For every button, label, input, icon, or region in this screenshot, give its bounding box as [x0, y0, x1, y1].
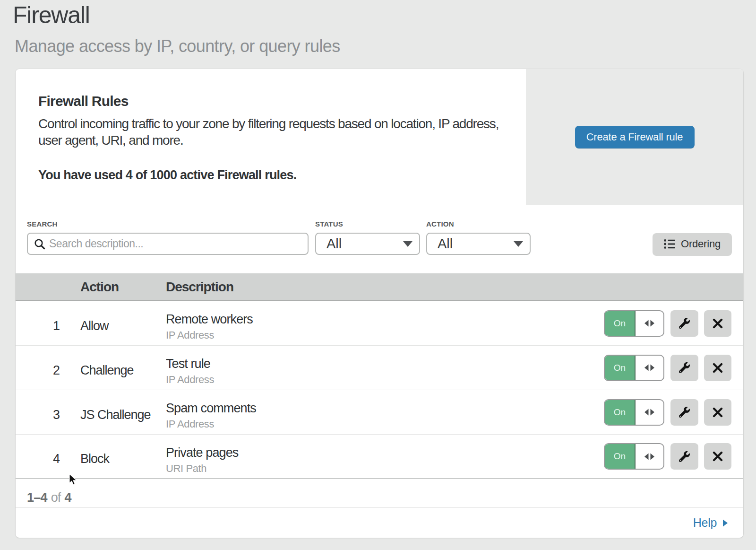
wrench-icon — [679, 362, 690, 373]
edit-rule-button[interactable] — [670, 399, 698, 426]
search-filter-group: SEARCH — [27, 220, 309, 255]
table-header: Action Description — [16, 273, 743, 301]
action-label: ACTION — [426, 220, 531, 228]
rule-toggle[interactable]: On — [604, 355, 664, 381]
help-link-label: Help — [693, 516, 717, 530]
ordering-button[interactable]: Ordering — [653, 233, 732, 256]
edit-rule-button[interactable] — [670, 310, 698, 337]
search-box — [27, 233, 309, 255]
pagination-total: 4 — [65, 490, 71, 505]
chevron-down-icon — [403, 241, 412, 247]
rule-controls: On — [604, 346, 731, 390]
rule-row-4: 4 Block Private pages URI Path On — [16, 435, 743, 479]
rule-toggle[interactable]: On — [604, 443, 664, 470]
rule-action: Block — [80, 446, 166, 466]
card-top-section: Firewall Rules Control incoming traffic … — [16, 69, 743, 205]
search-icon — [34, 238, 45, 250]
card-intro: Firewall Rules Control incoming traffic … — [16, 69, 526, 205]
rule-controls: On — [604, 435, 731, 478]
rule-row-3: 3 JS Challenge Spam comments IP Address … — [16, 390, 743, 435]
rule-controls: On — [604, 301, 731, 345]
wrench-icon — [679, 451, 690, 462]
status-filter-group: STATUS All — [315, 220, 420, 255]
rule-action: JS Challenge — [80, 402, 166, 422]
rule-controls: On — [604, 390, 731, 434]
page-header: Firewall Manage access by IP, country, o… — [14, 0, 340, 56]
chevron-down-icon — [514, 241, 523, 247]
card-footer: Help — [16, 507, 743, 538]
toggle-on-label: On — [605, 444, 636, 469]
status-select-value: All — [326, 236, 342, 252]
toggle-on-label: On — [605, 400, 636, 425]
rule-priority: 3 — [16, 402, 80, 422]
pagination-of: of — [51, 490, 61, 505]
x-icon — [713, 363, 723, 373]
help-link[interactable]: Help — [693, 516, 728, 530]
firewall-rules-card: Firewall Rules Control incoming traffic … — [16, 69, 743, 538]
mouse-cursor — [69, 473, 79, 487]
rule-row-1: 1 Allow Remote workers IP Address On — [16, 301, 743, 346]
x-icon — [713, 451, 723, 462]
status-select[interactable]: All — [315, 233, 420, 255]
pagination: 1–4 of 4 — [16, 479, 743, 507]
edit-rule-button[interactable] — [670, 443, 698, 470]
rule-toggle[interactable]: On — [604, 399, 664, 426]
column-action: Action — [80, 279, 166, 295]
status-label: STATUS — [315, 220, 420, 228]
card-description: Control incoming traffic to your zone by… — [38, 115, 511, 148]
rule-priority: 2 — [16, 358, 80, 378]
toggle-on-label: On — [605, 311, 636, 336]
toggle-arrows-icon — [636, 311, 663, 336]
action-select-value: All — [438, 236, 453, 252]
delete-rule-button[interactable] — [704, 399, 731, 426]
column-description: Description — [166, 279, 743, 295]
search-input[interactable] — [48, 234, 303, 254]
action-select[interactable]: All — [426, 233, 531, 255]
x-icon — [713, 318, 723, 329]
ordering-button-label: Ordering — [681, 238, 721, 250]
page-title: Firewall — [13, 0, 340, 28]
action-filter-group: ACTION All — [426, 220, 531, 255]
delete-rule-button[interactable] — [704, 310, 731, 337]
rule-priority: 4 — [16, 446, 80, 466]
rule-toggle[interactable]: On — [604, 310, 664, 337]
usage-note: You have used 4 of 1000 active Firewall … — [38, 167, 526, 183]
wrench-icon — [679, 407, 690, 418]
pagination-range: 1–4 — [27, 490, 47, 505]
wrench-icon — [679, 318, 690, 329]
card-heading: Firewall Rules — [38, 94, 526, 108]
delete-rule-button[interactable] — [704, 355, 731, 381]
page-subtitle: Manage access by IP, country, or query r… — [15, 36, 340, 56]
help-arrow-icon — [722, 519, 728, 527]
create-firewall-rule-button[interactable]: Create a Firewall rule — [575, 126, 695, 148]
edit-rule-button[interactable] — [670, 355, 698, 381]
toggle-on-label: On — [605, 356, 636, 380]
rule-action: Allow — [80, 314, 166, 333]
toggle-arrows-icon — [636, 444, 663, 469]
rules-list: 1 Allow Remote workers IP Address On — [16, 301, 743, 479]
x-icon — [713, 407, 723, 418]
toggle-arrows-icon — [636, 400, 663, 425]
toggle-arrows-icon — [636, 356, 663, 380]
search-label: SEARCH — [27, 220, 309, 228]
ordering-list-icon — [664, 239, 675, 249]
create-rule-panel: Create a Firewall rule — [526, 69, 743, 205]
rule-row-2: 2 Challenge Test rule IP Address On — [16, 346, 743, 390]
rule-action: Challenge — [80, 358, 166, 378]
filters-bar: SEARCH STATUS All ACTION All — [16, 206, 743, 273]
delete-rule-button[interactable] — [704, 443, 731, 470]
rule-priority: 1 — [16, 314, 80, 333]
